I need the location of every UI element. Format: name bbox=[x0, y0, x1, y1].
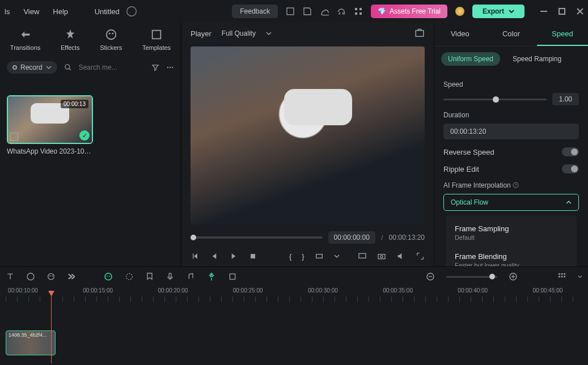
speed-tool-icon[interactable] bbox=[26, 272, 35, 281]
play-button[interactable] bbox=[229, 252, 238, 261]
ruler-tick: 00:00:25:00 bbox=[233, 287, 263, 294]
zoom-out-button[interactable] bbox=[426, 272, 435, 281]
planet-icon[interactable] bbox=[455, 7, 464, 16]
speed-label: Speed bbox=[443, 80, 579, 88]
export-button[interactable]: Export bbox=[472, 5, 524, 18]
zoom-slider[interactable] bbox=[446, 276, 497, 278]
ratio-button[interactable] bbox=[315, 252, 324, 261]
prev-frame-button[interactable] bbox=[191, 252, 200, 261]
grid-view-icon[interactable] bbox=[557, 272, 566, 281]
chevron-down-icon bbox=[266, 31, 272, 36]
cloud-sync-icon bbox=[125, 5, 138, 18]
svg-rect-7 bbox=[559, 9, 565, 14]
inspector-panel: Video Color Speed Uniform Speed Speed Ra… bbox=[434, 23, 588, 266]
svg-point-24 bbox=[27, 273, 34, 280]
timeline-ruler[interactable]: 00:00:10:00 00:00:15:00 00:00:20:00 00:0… bbox=[6, 287, 582, 303]
ruler-tick: 00:00:40:00 bbox=[458, 287, 488, 294]
search-icon[interactable] bbox=[64, 63, 72, 71]
scrubber[interactable] bbox=[191, 236, 323, 239]
magnet-tool-icon[interactable] bbox=[206, 271, 217, 282]
minimize-icon[interactable] bbox=[540, 8, 547, 15]
clip-thumb[interactable]: 00:00:13 ✓ bbox=[7, 95, 93, 144]
svg-rect-2 bbox=[355, 8, 357, 10]
display-button[interactable] bbox=[358, 252, 367, 261]
current-time: 00:00:00:00 bbox=[328, 231, 375, 244]
speed-slider[interactable] bbox=[443, 99, 547, 100]
svg-point-9 bbox=[109, 33, 111, 35]
reverse-toggle[interactable] bbox=[562, 147, 579, 156]
ripple-toggle[interactable] bbox=[562, 164, 579, 173]
ai-tool-icon[interactable] bbox=[103, 271, 113, 282]
speed-panel-body: Speed 1.00 Duration 00:00:13:20 Reverse … bbox=[434, 71, 588, 266]
ruler-tick: 00:00:35:00 bbox=[383, 287, 413, 294]
duration-value[interactable]: 00:00:13:20 bbox=[443, 124, 579, 139]
mark-in-button[interactable]: { bbox=[289, 252, 291, 261]
close-icon[interactable] bbox=[577, 8, 583, 15]
chevron-down-icon[interactable] bbox=[334, 253, 340, 259]
subtab-uniform[interactable]: Uniform Speed bbox=[441, 52, 500, 66]
subtab-ramping[interactable]: Speed Ramping bbox=[506, 52, 568, 66]
preview-viewer[interactable] bbox=[191, 46, 425, 224]
speed-subtabs: Uniform Speed Speed Ramping bbox=[434, 46, 588, 71]
timeline-clip[interactable]: 1408.35_4b2f4... bbox=[6, 330, 56, 355]
tab-speed[interactable]: Speed bbox=[537, 23, 588, 46]
svg-point-31 bbox=[126, 274, 133, 280]
marker-tool-icon[interactable] bbox=[145, 272, 154, 281]
stop-button[interactable] bbox=[248, 252, 257, 261]
svg-rect-43 bbox=[561, 276, 563, 278]
text-tool-icon[interactable] bbox=[6, 272, 15, 281]
apps-icon[interactable] bbox=[354, 7, 363, 16]
fullscreen-button[interactable] bbox=[416, 252, 425, 261]
svg-rect-39 bbox=[559, 273, 560, 275]
speed-value[interactable]: 1.00 bbox=[552, 93, 579, 105]
svg-point-21 bbox=[380, 256, 383, 258]
ai-interp-select[interactable]: Optical Flow bbox=[443, 194, 579, 211]
step-back-button[interactable] bbox=[210, 252, 219, 261]
more-tools-icon[interactable] bbox=[67, 273, 75, 281]
tab-transitions[interactable]: Transitions bbox=[10, 28, 40, 51]
record-button[interactable]: Record bbox=[7, 61, 57, 74]
quality-select[interactable]: Full Quality bbox=[222, 29, 272, 37]
svg-point-8 bbox=[106, 30, 116, 40]
inspector-tabs: Video Color Speed bbox=[434, 23, 588, 46]
headphones-icon[interactable] bbox=[337, 7, 346, 16]
playhead[interactable] bbox=[51, 295, 52, 363]
snapshot-icon[interactable] bbox=[414, 28, 425, 39]
feedback-button[interactable]: Feedback bbox=[232, 5, 278, 18]
more-icon[interactable] bbox=[166, 63, 174, 71]
svg-point-10 bbox=[112, 33, 113, 35]
save-icon[interactable] bbox=[303, 7, 312, 16]
maximize-icon[interactable] bbox=[559, 8, 565, 15]
ruler-tick: 00:00:10:00 bbox=[8, 287, 38, 294]
option-frame-sampling[interactable]: Frame SamplingDefault bbox=[446, 219, 577, 247]
ruler-tick: 00:00:30:00 bbox=[308, 287, 338, 294]
tab-templates[interactable]: Templates bbox=[142, 28, 171, 51]
audio-tool-icon[interactable] bbox=[186, 272, 195, 281]
search-input[interactable] bbox=[79, 63, 145, 71]
layout-icon[interactable] bbox=[286, 7, 295, 16]
camera-button[interactable] bbox=[377, 252, 386, 261]
mask-tool-icon[interactable] bbox=[46, 272, 56, 281]
chevron-down-icon[interactable] bbox=[578, 274, 582, 279]
volume-button[interactable] bbox=[396, 252, 405, 261]
timeline-panel: 00:00:10:00 00:00:15:00 00:00:20:00 00:0… bbox=[0, 266, 588, 365]
ai-interp-dropdown: Frame SamplingDefault Frame BlendingFast… bbox=[446, 215, 577, 266]
tab-effects[interactable]: Effects bbox=[61, 28, 79, 51]
color-tool-icon[interactable] bbox=[125, 272, 134, 281]
mic-tool-icon[interactable] bbox=[166, 272, 175, 281]
tab-video[interactable]: Video bbox=[434, 23, 485, 46]
crop-tool-icon[interactable] bbox=[228, 272, 237, 281]
player-label: Player bbox=[191, 29, 211, 38]
help-icon[interactable]: ? bbox=[513, 182, 519, 188]
library-body: 00:00:13 ✓ WhatsApp Video 2023-10-05... bbox=[0, 78, 181, 266]
tab-color[interactable]: Color bbox=[485, 23, 536, 46]
option-frame-blending[interactable]: Frame BlendingFaster but lower quality bbox=[446, 247, 577, 266]
filter-icon[interactable] bbox=[151, 63, 159, 71]
svg-rect-6 bbox=[540, 11, 547, 12]
mark-out-button[interactable]: } bbox=[302, 252, 304, 261]
timeline-tracks[interactable]: 1408.35_4b2f4... bbox=[6, 330, 582, 355]
tab-stickers[interactable]: Stickers bbox=[100, 28, 122, 51]
zoom-in-button[interactable] bbox=[509, 272, 518, 281]
assets-trial-button[interactable]: 💎Assets Free Trial bbox=[371, 5, 447, 18]
cloud-icon[interactable] bbox=[320, 7, 329, 16]
